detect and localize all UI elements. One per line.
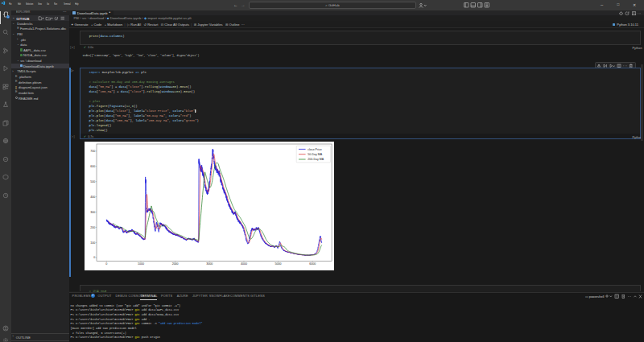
- svg-text:50-Day MA: 50-Day MA: [308, 153, 323, 156]
- svg-text:3000: 3000: [206, 262, 213, 266]
- svg-text:5000: 5000: [275, 262, 281, 266]
- svg-text:4000: 4000: [241, 262, 247, 266]
- svg-text:200: 200: [90, 226, 95, 229]
- svg-text:0: 0: [105, 262, 107, 266]
- svg-text:close Price: close Price: [308, 148, 322, 151]
- svg-text:2000: 2000: [171, 262, 178, 266]
- svg-text:700: 700: [90, 150, 95, 153]
- svg-text:600: 600: [90, 165, 95, 168]
- svg-text:500: 500: [90, 180, 95, 183]
- svg-text:0: 0: [93, 257, 95, 260]
- svg-text:100: 100: [90, 241, 95, 245]
- svg-text:6000: 6000: [309, 262, 316, 266]
- svg-text:200-Day MA: 200-Day MA: [308, 159, 324, 162]
- svg-text:300: 300: [90, 211, 95, 214]
- svg-text:1000: 1000: [138, 262, 144, 266]
- svg-text:400: 400: [90, 196, 95, 199]
